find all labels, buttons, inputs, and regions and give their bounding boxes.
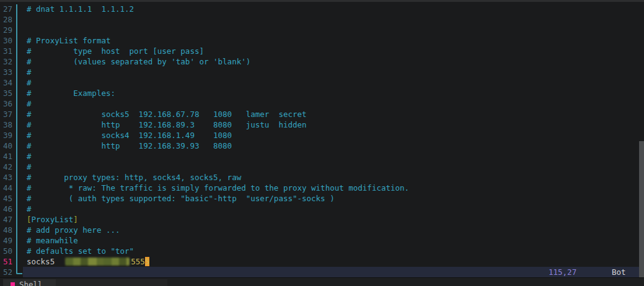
line-text: # Examples:: [27, 88, 115, 98]
scrollbar-thumb[interactable]: [639, 141, 644, 278]
line-number: 42: [0, 162, 12, 172]
line-text: [ProxyList]: [27, 214, 78, 225]
editor-line: 44# * raw: The traffic is simply forward…: [0, 183, 639, 193]
line-number: 40: [0, 141, 12, 151]
editor-line: 29: [0, 25, 639, 35]
editor-line: 43# proxy types: http, socks4, socks5, r…: [0, 172, 639, 183]
editor-line: 38# http 192.168.89.3 8080 justu hidden: [0, 119, 639, 130]
line-text: #: [27, 67, 32, 77]
line-text: # http 192.168.39.93 8080: [27, 141, 232, 151]
editor-line: 33#: [0, 67, 639, 77]
line-text: #: [27, 162, 32, 172]
line-text: socks5 5555: [27, 256, 149, 267]
line-text: #: [27, 98, 32, 109]
scroll-position-indicator: Bot: [612, 267, 626, 277]
line-text: # meanwhile: [27, 235, 78, 246]
tab-activity-indicator-icon: [11, 282, 15, 286]
line-number: 37: [0, 109, 12, 119]
line-text: # socks5 192.168.67.78 1080 lamer secret: [27, 109, 307, 119]
line-text: #: [27, 77, 32, 88]
editor-line: 41#: [0, 151, 639, 162]
line-number: 28: [0, 14, 12, 25]
editor-line: 40# http 192.168.39.93 8080: [0, 141, 639, 151]
editor-line: 30# ProxyList format: [0, 35, 639, 46]
line-text: # proxy types: http, socks4, socks5, raw: [27, 172, 241, 183]
terminal-scrollbar[interactable]: [639, 2, 644, 278]
section-open-bracket: [: [27, 215, 32, 224]
line-number: 36: [0, 98, 12, 109]
redacted-host-ip: [65, 258, 130, 266]
editor-line: 45# ( auth types supported: "basic"-http…: [0, 193, 639, 204]
line-number: 38: [0, 119, 12, 130]
line-number: 50: [0, 246, 12, 256]
line-number: 31: [0, 46, 12, 56]
line-number: 30: [0, 35, 12, 46]
editor-line: 39# socks4 192.168.1.49 1080: [0, 130, 639, 141]
tab-shell-label: Shell: [19, 280, 43, 286]
editor-line: 35# Examples:: [0, 88, 639, 98]
line-number: 46: [0, 204, 12, 214]
line-number: 48: [0, 225, 12, 235]
line-text: # * raw: The traffic is simply forwarded…: [27, 183, 409, 193]
editor-line: 48# add proxy here ...: [0, 225, 639, 235]
line-number: 44: [0, 183, 12, 193]
editor-line: 28: [0, 14, 639, 25]
block-guide-line: [16, 4, 22, 274]
line-number: 32: [0, 56, 12, 67]
line-number: 47: [0, 214, 12, 225]
line-text: # add proxy here ...: [27, 225, 120, 235]
line-number: 52: [0, 267, 12, 277]
line-text: # socks4 192.168.1.49 1080: [27, 130, 232, 141]
proxy-type-text: socks5: [27, 257, 64, 266]
editor-line: 42#: [0, 162, 639, 172]
terminal-panel: 27# dnat 1.1.1.1 1.1.1.2 28 29 30# Proxy…: [0, 0, 644, 286]
line-text: # (values separated by 'tab' or 'blank'): [27, 56, 250, 67]
editor-line: 37# socks5 192.168.67.78 1080 lamer secr…: [0, 109, 639, 119]
line-text: # ProxyList format: [27, 35, 110, 46]
line-text: # ( auth types supported: "basic"-http "…: [27, 193, 335, 204]
editor-line: 46#: [0, 204, 639, 214]
editor-line: 27# dnat 1.1.1.1 1.1.1.2: [0, 4, 639, 14]
editor-line: 50# defaults set to "tor": [0, 246, 639, 256]
current-line-number: 51: [0, 256, 12, 267]
vim-statusbar: "/etc/proxychains4.conf" 115L, 3584B 115…: [23, 267, 639, 277]
line-number: 27: [0, 4, 12, 14]
line-number: 35: [0, 88, 12, 98]
editor-line-proxylist-section: 47 [ProxyList]: [0, 214, 639, 225]
section-close-bracket: ]: [73, 215, 78, 224]
cursor-ruler: 115,27: [549, 267, 576, 277]
bottom-tab-bar: Shell: [0, 277, 644, 286]
line-text: # dnat 1.1.1.1 1.1.1.2: [27, 4, 134, 14]
line-text: # defaults set to "tor": [27, 246, 134, 256]
line-text: # http 192.168.89.3 8080 justu hidden: [27, 119, 307, 130]
vim-status-row: 52 "/etc/proxychains4.conf" 115L, 3584B …: [0, 267, 639, 277]
line-number: 34: [0, 77, 12, 88]
line-text: # type host port [user pass]: [27, 46, 204, 56]
editor-line: 34#: [0, 77, 639, 88]
line-number: 43: [0, 172, 12, 183]
line-number: 41: [0, 151, 12, 162]
editor-line: 31# type host port [user pass]: [0, 46, 639, 56]
line-text: #: [27, 151, 32, 162]
vim-editor-output: 27# dnat 1.1.1.1 1.1.1.2 28 29 30# Proxy…: [0, 2, 639, 278]
tab-shell[interactable]: Shell: [3, 279, 56, 286]
tab-strip-background: [56, 279, 167, 286]
vim-cursor: 5: [145, 257, 150, 266]
line-number: 33: [0, 67, 12, 77]
section-name: ProxyList: [32, 215, 74, 224]
editor-line: 36#: [0, 98, 639, 109]
editor-rows: 27# dnat 1.1.1.1 1.1.1.2 28 29 30# Proxy…: [0, 2, 639, 277]
line-number: 45: [0, 193, 12, 204]
editor-line: 49# meanwhile: [0, 235, 639, 246]
proxy-port-text: 555: [131, 257, 145, 266]
line-number: 39: [0, 130, 12, 141]
editor-line: 32# (values separated by 'tab' or 'blank…: [0, 56, 639, 67]
line-number: 29: [0, 25, 12, 35]
line-number: 49: [0, 235, 12, 246]
line-text: #: [27, 204, 32, 214]
current-line-proxy-entry: 51 socks5 5555: [0, 256, 639, 267]
